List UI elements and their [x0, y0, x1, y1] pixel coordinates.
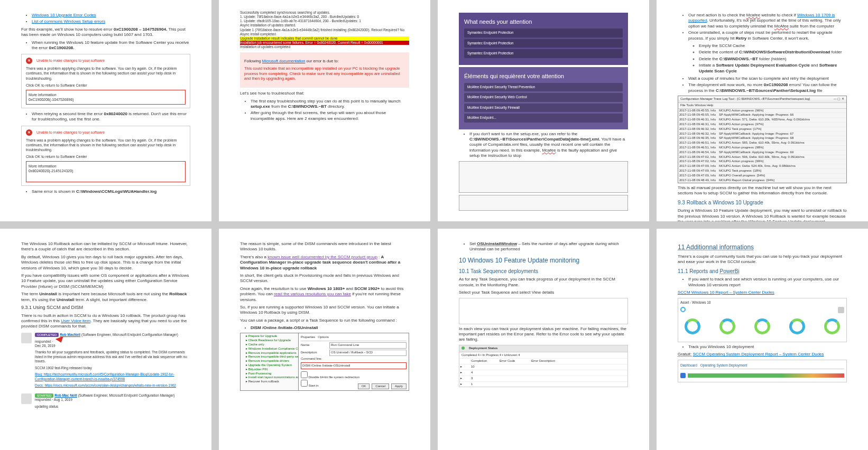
heading-9-3-1-text: There is no built-in action in SCCM to d… — [21, 313, 190, 330]
status-title: Deployment Status — [469, 346, 497, 351]
ts-overview-table — [459, 298, 628, 324]
ts-tree-item[interactable]: ▸ Post-Processing — [242, 372, 297, 376]
ts-checkbox-2[interactable] — [301, 380, 308, 387]
page-2: Successfully completed synchronous searc… — [219, 0, 430, 221]
community-tools-text: There's a couple of community tools that… — [678, 254, 847, 265]
attention-item: Symantec Endpoint Protection — [464, 39, 623, 48]
forum-post-2: STARTED Rob Mac Neill (Software Engineer… — [21, 393, 190, 411]
post-date: Dec 28, 2019 — [35, 344, 190, 348]
ms-documentation-link[interactable]: Microsoft documentation — [262, 59, 306, 63]
refresh-icon[interactable] — [680, 307, 686, 312]
warning-box: Following Microsoft documentation our er… — [240, 52, 409, 88]
ts-tree-item[interactable]: ▸ Remove incompatible applications — [242, 351, 297, 355]
intro-text: For this example, we'll show how to reso… — [21, 27, 190, 38]
error-box-1: ✕ Unable to make changes to your softwar… — [21, 54, 190, 108]
author-link-2[interactable]: Rob Mac Neill — [54, 393, 77, 397]
attention-item: McAfee Endpoint Security Web Control — [464, 93, 623, 101]
error-code-value-2: 0x80240020(-2145124320) — [29, 168, 183, 173]
bullet-mcafee-check: Our next action is to check the Mcafee w… — [688, 13, 847, 29]
bullet-same-error: Same error is shown in C:\Windows\CCM\Lo… — [32, 189, 190, 194]
attention-item: McAfee Endpoint Security Firewall — [464, 104, 623, 112]
rollback-dism: So, if you are running a supported Windo… — [240, 305, 409, 316]
dism-command: DISM /Online /Initiate-OSUninstall — [251, 325, 409, 331]
user-voice-link[interactable]: User Voice item — [61, 318, 90, 323]
ts-tree-item[interactable]: ▸ Upgrade the Operating System — [242, 363, 297, 368]
osd-report-line: Gratuit: SCCM Operating System Deploymen… — [678, 352, 847, 357]
bullet-success: The deployment will now work, no more 0x… — [688, 82, 847, 93]
sub-eval-cycle: Initiate a Software Update Deployment Ev… — [699, 63, 847, 74]
ts-desc-field[interactable]: OS Uninstall / Rollback - SCD — [329, 350, 407, 356]
ts-tree-item[interactable]: ▸ Remove incompatible drivers — [242, 359, 297, 363]
error-click-ok: Click OK to return to Software Center — [26, 83, 186, 88]
page-1: Windows 10 Upgrade Error Codes List of c… — [0, 0, 211, 221]
deployment-status-table: Deployment Status Completed 4 • In Progr… — [459, 345, 628, 388]
bullet-win10-report: If you want to track and see which versi… — [688, 277, 847, 288]
bullet-wait: Wait a couple of minutes for the scan to… — [688, 76, 847, 81]
status-tabs[interactable]: Completed 4 • In Progress 4 • Unknown 4 — [459, 352, 627, 359]
heading-9-3: 9.3 Rollback a Windows 10 Upgrade — [678, 199, 847, 206]
link-common-setup-errors[interactable]: List of commons Windows Setup errors — [32, 19, 105, 24]
post-body: Thanks for all your suggestions and feed… — [35, 350, 190, 363]
dash-tab-dashboard[interactable]: Dashboard — [680, 363, 697, 368]
more-info-label-2: More information — [29, 164, 183, 168]
ts-tree[interactable]: ▸ Prepare for Upgrade▸ Check Readiness f… — [241, 333, 299, 390]
win10-report-link[interactable]: SCCM Windows 10 Report – System Center D… — [678, 290, 774, 295]
log-tool-title: Configuration Manager Trace Log Tool - [… — [680, 97, 810, 101]
dash-tab-osd[interactable]: Operating System Deployment — [700, 363, 747, 368]
error-desc: There was a problem applying changes to … — [26, 66, 186, 80]
log-tool-menu[interactable]: File Tools Window Help — [678, 103, 846, 109]
ts-properties: Properties Options Name:Run Command Line… — [299, 333, 409, 390]
page-4: Our next action is to check the Mcafee w… — [657, 0, 868, 221]
bullet-setup-exe: The first easy troubleshooting step you … — [251, 99, 409, 110]
page-7: Set OSUninstallWindow – Sets the number … — [438, 229, 649, 450]
rollback-term: The term Uninstall is important here bec… — [21, 292, 190, 303]
attention-item: Symantec Endpoint Protection — [464, 29, 623, 37]
log-tool-body: 2017-11-08 09:45:55, InfoMOUPG Action pr… — [678, 109, 846, 183]
donut-chart — [754, 318, 770, 334]
window-controls[interactable]: — ▢ ✕ — [834, 97, 844, 101]
bullet-restart-steps: Once uninstalled, a couple of steps must… — [688, 30, 847, 74]
docs-link[interactable]: Docs: https://docs.microsoft.com/sccm/co… — [35, 383, 176, 387]
ts-tree-item[interactable]: ▸ Remove incompatible third-party securi… — [242, 355, 297, 359]
blog-link[interactable]: Blog: https://techcommunity.microsoft.co… — [35, 372, 174, 380]
ts-checkbox-1[interactable] — [301, 371, 308, 378]
known-issue: There's also a known issue well document… — [240, 255, 409, 271]
ts-tree-item[interactable]: ▸ Recover from rollback — [242, 380, 297, 384]
heading-9-3-text: During a Windows 10 Feature Update deplo… — [678, 208, 847, 221]
ts-error-text: In each view you can track your deployme… — [459, 326, 628, 343]
bullet-examples: After going through the first screens, t… — [251, 110, 409, 121]
osd-report-link[interactable]: SCCM Operating System Deployment Report … — [692, 352, 824, 357]
closing-text: This is all manual process directly on t… — [678, 185, 847, 196]
ts-tree-item[interactable]: ▸ BitLocker PIN — [242, 368, 297, 372]
rollback-10days: By default, Windows 10 gives you ten day… — [21, 255, 190, 271]
donut-chart — [789, 318, 805, 334]
ts-tree-item[interactable]: ▸ Prepare for Upgrade — [242, 334, 297, 339]
error-icon: ✕ — [26, 129, 32, 136]
ts-tree-item[interactable]: ▸ Check Readiness for Upgrade — [242, 339, 297, 343]
attention-panel-en: What needs your attention Symantec Endpo… — [459, 13, 628, 65]
powerbi-dashboard-2: Dashboard Operating System Deployment — [678, 360, 847, 382]
ts-select-text: Select your Task Sequence and select Vie… — [459, 290, 628, 295]
ts-cancel-button[interactable]: Cancel — [372, 383, 389, 390]
attention-item: Symantec Endpoint Protection — [464, 49, 623, 58]
xml-preview-1 — [459, 161, 628, 193]
known-issue-link[interactable]: known issue well documented by the SCCM … — [267, 255, 377, 259]
status-badge: STARTED — [35, 393, 53, 398]
ts-name-field[interactable]: Run Command Line — [329, 342, 407, 349]
red-arrow-icon — [56, 336, 65, 344]
toolbar-icon[interactable] — [838, 307, 844, 313]
powerbi-dashboard-1: Asset - Windows 10 — [678, 298, 847, 342]
resolutions-link[interactable]: read the various resolutions you can tak… — [274, 292, 351, 296]
link-upgrade-error-codes[interactable]: Windows 10 Upgrade Error Codes — [32, 13, 96, 17]
log-block: Successfully completed synchronous searc… — [240, 11, 409, 49]
sub-delete-download: Delete the content of C:\WINDOWS\Softwar… — [699, 50, 847, 55]
ts-tree-item[interactable]: ▸ Windows Installation Compliance Checke… — [242, 347, 297, 351]
ts-tree-item[interactable]: ▸ Install start layout customizations an… — [242, 376, 297, 380]
page-5: The Windows 10 Rollback action can be in… — [0, 229, 211, 450]
ts-ok-button[interactable]: OK — [358, 383, 370, 390]
dash-title: Asset - Windows 10 — [680, 301, 844, 305]
ts-cmd-field[interactable]: DISM /Online /Initiate-OSUninstall — [302, 364, 405, 368]
bullet-softwarecenter: When running the Windows 10 feature upda… — [32, 40, 190, 51]
ts-tree-item[interactable]: ▸ Cache only — [242, 343, 297, 347]
ts-apply-button[interactable]: Apply — [391, 383, 407, 390]
